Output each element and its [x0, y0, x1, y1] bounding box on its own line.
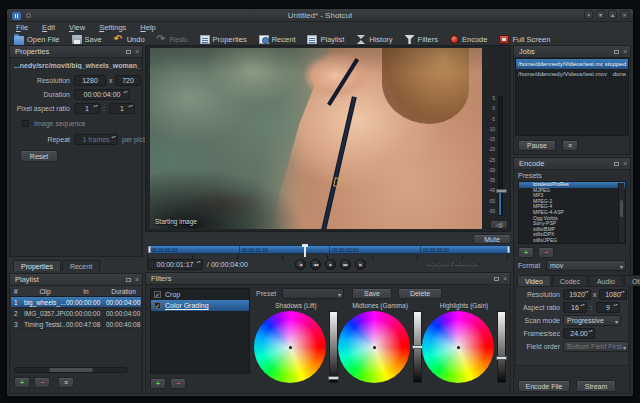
toolbar-button[interactable]: Redo: [152, 34, 193, 45]
wheel-level-slider[interactable]: [329, 311, 338, 383]
filter-item[interactable]: Color Grading: [151, 300, 249, 311]
menu-item[interactable]: Help: [133, 23, 162, 32]
menu-item[interactable]: Settings: [92, 23, 133, 32]
trim-in-handle[interactable]: [148, 246, 151, 253]
mute-button[interactable]: Mute: [473, 234, 511, 244]
preset-item[interactable]: stills/JPEG: [519, 238, 625, 244]
resolution-height-field[interactable]: 720: [115, 75, 141, 86]
encode-tab[interactable]: Codec: [552, 275, 588, 286]
stream-button[interactable]: Stream: [576, 380, 616, 392]
enc-field-order-select[interactable]: Bottom Field First: [563, 341, 629, 352]
volume-handle[interactable]: [496, 189, 507, 193]
checkbox-icon[interactable]: [154, 291, 161, 298]
close-panel-icon[interactable]: ×: [135, 277, 139, 282]
encode-panel-header[interactable]: Encode ×: [514, 158, 630, 170]
wheel-level-slider[interactable]: [413, 311, 422, 383]
float-panel-icon[interactable]: [126, 50, 131, 54]
playlist-row[interactable]: 3 Timing Testsl... 00:00:47:08 00:00:40:…: [11, 319, 141, 330]
enc-fps-field[interactable]: 24.00: [563, 328, 595, 339]
playlist-add-button[interactable]: +: [14, 377, 30, 388]
color-wheel[interactable]: [422, 311, 494, 383]
toolbar-button[interactable]: Recent: [254, 34, 301, 45]
wheel-level-slider[interactable]: [497, 311, 506, 383]
encode-tab[interactable]: Video: [517, 275, 551, 286]
slider-handle[interactable]: [496, 356, 507, 360]
window-control-button[interactable]: ▾: [596, 10, 605, 19]
image-sequence-checkbox[interactable]: [22, 120, 29, 127]
float-panel-icon[interactable]: [614, 162, 619, 166]
titlebar[interactable]: Untitled* - Shotcut ▪▾▴×: [7, 9, 633, 22]
filter-item[interactable]: Crop: [151, 289, 249, 300]
repeat-field[interactable]: 1 frames: [74, 134, 118, 145]
speaker-button[interactable]: ◁)): [490, 220, 508, 229]
preset-select[interactable]: [282, 288, 344, 299]
job-row[interactable]: /home/ddennedy/Videos/test.movdone: [516, 69, 628, 79]
window-control-button[interactable]: ▪: [584, 10, 593, 19]
toolbar-button[interactable]: History: [351, 34, 397, 45]
filter-add-button[interactable]: +: [150, 378, 166, 389]
window-control-button[interactable]: ▴: [608, 10, 617, 19]
preset-save-button[interactable]: Save: [352, 288, 392, 299]
enc-scan-select[interactable]: Progressive: [563, 315, 621, 326]
enc-res-width-field[interactable]: 1920: [563, 289, 591, 300]
encode-tab[interactable]: Other: [624, 275, 640, 286]
color-wheel[interactable]: [338, 311, 410, 383]
filters-panel-header[interactable]: Filters ×: [146, 273, 510, 285]
slider-handle[interactable]: [328, 376, 339, 380]
position-timecode-field[interactable]: 00:00:01:17: [147, 259, 203, 270]
close-panel-icon[interactable]: ×: [135, 49, 139, 54]
float-panel-icon[interactable]: [126, 278, 131, 282]
reset-button[interactable]: Reset: [20, 150, 58, 162]
enc-aspect-den-field[interactable]: 9: [596, 302, 620, 313]
preset-delete-button[interactable]: Delete: [398, 288, 442, 299]
transport-button[interactable]: |◀: [295, 259, 306, 270]
toolbar-button[interactable]: Open File: [9, 34, 65, 46]
dock-tab[interactable]: Properties: [13, 260, 61, 271]
volume-slider[interactable]: [498, 96, 503, 216]
timeline-scrubber[interactable]: 00:00:00:0000:00:01:0000:00:02:0000:00:0…: [147, 245, 511, 254]
playlist-panel-header[interactable]: Playlist ×: [10, 274, 142, 286]
preset-remove-button[interactable]: −: [538, 247, 554, 258]
job-row[interactable]: /home/ddennedy/Videos/test.movstopped: [516, 59, 628, 69]
window-control-button[interactable]: ×: [620, 10, 629, 19]
jobs-panel-header[interactable]: Jobs ×: [514, 46, 630, 58]
resolution-width-field[interactable]: 1280: [74, 75, 106, 86]
float-panel-icon[interactable]: [494, 277, 499, 281]
titlebar-menu-icon[interactable]: [26, 13, 31, 18]
preset-add-button[interactable]: +: [518, 247, 534, 258]
par-den-field[interactable]: 1: [109, 103, 135, 114]
filter-remove-button[interactable]: −: [170, 378, 186, 389]
playlist-remove-button[interactable]: −: [34, 377, 50, 388]
playlist-row[interactable]: 1 big_wheels_... 00:00:00:00 00:00:04:00: [11, 297, 141, 308]
playlist-hscrollbar[interactable]: [14, 367, 128, 373]
jobs-pause-button[interactable]: Pause: [518, 140, 556, 151]
toolbar-button[interactable]: Encode: [445, 34, 492, 45]
close-panel-icon[interactable]: ×: [623, 49, 627, 54]
transport-button[interactable]: ▶|: [355, 259, 366, 270]
duration-field[interactable]: 00:00:04:00: [74, 89, 130, 100]
jobs-menu-button[interactable]: ≡: [562, 140, 578, 151]
toolbar-button[interactable]: Filters: [400, 34, 443, 45]
video-preview[interactable]: Starting image: [150, 48, 482, 229]
playlist-menu-button[interactable]: ≡: [58, 377, 74, 388]
toolbar-button[interactable]: Save: [67, 34, 107, 45]
transport-button[interactable]: ▶▶: [340, 259, 351, 270]
menu-item[interactable]: Edit: [35, 23, 62, 32]
toolbar-button[interactable]: Full Screen: [494, 34, 555, 45]
menu-item[interactable]: View: [62, 23, 92, 32]
par-num-field[interactable]: 1: [74, 103, 100, 114]
transport-button[interactable]: ◀◀: [310, 259, 321, 270]
playlist-row[interactable]: 2 IMG_0357.JPG 00:00:00:00 00:00:04:00: [11, 308, 141, 319]
dock-tab[interactable]: Recent: [62, 260, 100, 271]
enc-aspect-num-field[interactable]: 16: [563, 302, 587, 313]
enc-res-height-field[interactable]: 1080: [599, 289, 627, 300]
format-select[interactable]: mov: [546, 260, 626, 271]
toolbar-button[interactable]: Playlist: [302, 34, 349, 45]
playlist-table-header[interactable]: # Clip In Duration: [11, 286, 141, 297]
menu-item[interactable]: File: [9, 23, 35, 32]
toolbar-button[interactable]: Properties: [195, 34, 252, 45]
float-panel-icon[interactable]: [614, 50, 619, 54]
color-wheel[interactable]: [254, 311, 326, 383]
properties-panel-header[interactable]: Properties ×: [10, 46, 142, 58]
presets-vscrollbar[interactable]: [618, 183, 624, 242]
